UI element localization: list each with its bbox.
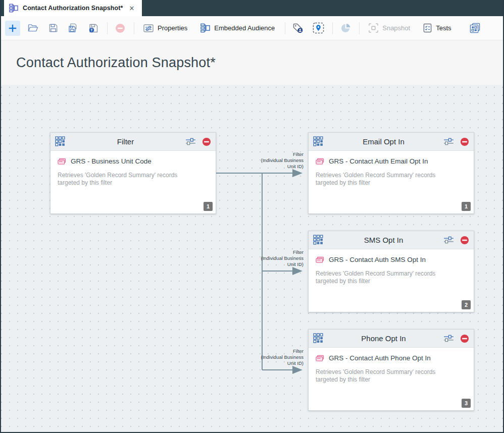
save-copy-button[interactable] bbox=[66, 21, 81, 36]
properties-button[interactable]: Properties bbox=[139, 21, 191, 36]
card-item[interactable]: GRS - Contact Auth Email Opt In bbox=[316, 157, 467, 165]
tab-bar: Contact Authorization Snapshot* ✕ bbox=[1, 0, 503, 16]
save-icon bbox=[48, 23, 58, 33]
card-item-label: GRS - Business Unit Code bbox=[71, 157, 152, 165]
delete-node-icon[interactable] bbox=[460, 334, 469, 343]
save-template-icon: T bbox=[88, 23, 98, 33]
card-body: GRS - Contact Auth SMS Opt In Retrieves … bbox=[309, 249, 474, 312]
tab-title: Contact Authorization Snapshot* bbox=[23, 5, 123, 12]
delete-node-icon[interactable] bbox=[202, 137, 211, 146]
svg-text:T: T bbox=[90, 28, 93, 32]
card-title: SMS Opt In bbox=[324, 236, 443, 244]
snapshot-button-disabled: Snapshot bbox=[365, 21, 414, 36]
toolbar: T Properties bbox=[1, 16, 503, 40]
toolbar-separator bbox=[107, 22, 108, 34]
node-index-badge: 2 bbox=[462, 300, 471, 309]
pie-chart-icon bbox=[340, 23, 351, 33]
location-zone-button[interactable] bbox=[311, 21, 326, 36]
card-header: Phone Opt In bbox=[309, 330, 474, 348]
card-description: Retrieves 'Golden Record Summary' record… bbox=[316, 368, 467, 384]
node-card-filter[interactable]: Filter bbox=[50, 132, 216, 214]
grid-handle-icon[interactable] bbox=[313, 136, 324, 147]
tests-checklist-icon bbox=[423, 23, 432, 33]
snapshot-frame-icon bbox=[369, 23, 378, 33]
card-description: Retrieves 'Golden Record Summary' record… bbox=[58, 172, 209, 187]
save-button[interactable] bbox=[45, 21, 61, 36]
card-header: Email Opt In bbox=[309, 133, 474, 151]
tab-contact-authorization-snapshot[interactable]: Contact Authorization Snapshot* ✕ bbox=[4, 0, 142, 16]
delete-node-icon[interactable] bbox=[460, 137, 469, 146]
title-bar: Contact Authorization Snapshot* bbox=[1, 40, 503, 85]
settings-sliders-icon[interactable] bbox=[443, 138, 454, 145]
report-pack-button[interactable] bbox=[468, 21, 483, 36]
settings-sliders-icon[interactable] bbox=[185, 138, 196, 145]
tag-person-icon bbox=[292, 23, 304, 34]
toolbar-separator bbox=[134, 22, 134, 34]
add-button[interactable] bbox=[5, 21, 20, 36]
card-item-label: GRS - Contact Auth SMS Opt In bbox=[329, 256, 426, 263]
embedded-audience-button[interactable]: Embedded Audience bbox=[196, 21, 279, 36]
connector-label: Filter(Individual BusinessUnit ID) bbox=[223, 348, 304, 366]
card-description: Retrieves 'Golden Record Summary' record… bbox=[316, 270, 467, 285]
card-title: Phone Opt In bbox=[324, 334, 443, 343]
toolbar-separator bbox=[332, 22, 333, 34]
card-body: GRS - Contact Auth Email Opt In Retrieve… bbox=[309, 151, 474, 214]
plus-icon bbox=[8, 24, 17, 33]
close-icon[interactable]: ✕ bbox=[127, 4, 136, 13]
properties-icon bbox=[143, 24, 154, 32]
filter-cards-icon bbox=[316, 158, 324, 165]
node-card-phone-opt-in[interactable]: Phone Opt In bbox=[308, 329, 474, 411]
tests-button[interactable]: Tests bbox=[419, 21, 455, 36]
node-index-badge: 3 bbox=[462, 399, 471, 408]
filter-cards-icon bbox=[316, 256, 324, 263]
card-body: GRS - Business Unit Code Retrieves 'Gold… bbox=[51, 151, 216, 214]
card-item[interactable]: GRS - Contact Auth SMS Opt In bbox=[316, 256, 467, 263]
tests-label: Tests bbox=[436, 24, 451, 32]
node-index-badge: 1 bbox=[204, 202, 213, 211]
card-title: Email Opt In bbox=[324, 137, 443, 146]
audience-icon bbox=[200, 23, 210, 33]
delete-node-icon[interactable] bbox=[460, 236, 469, 245]
card-title: Filter bbox=[66, 137, 185, 146]
grid-handle-icon[interactable] bbox=[313, 333, 324, 344]
embedded-audience-label: Embedded Audience bbox=[214, 24, 275, 32]
card-item[interactable]: GRS - Contact Auth Phone Opt In bbox=[316, 354, 467, 362]
settings-sliders-icon[interactable] bbox=[443, 236, 454, 244]
node-card-sms-opt-in[interactable]: SMS Opt In bbox=[308, 231, 474, 312]
card-item-label: GRS - Contact Auth Email Opt In bbox=[329, 157, 428, 165]
toolbar-separator bbox=[359, 22, 360, 34]
chart-button-disabled bbox=[338, 21, 353, 36]
audience-icon bbox=[9, 4, 18, 13]
save-copy-icon bbox=[68, 23, 79, 33]
card-description: Retrieves 'Golden Record Summary' record… bbox=[316, 172, 467, 187]
page-title: Contact Authorization Snapshot* bbox=[16, 55, 216, 71]
save-template-button[interactable]: T bbox=[86, 21, 101, 36]
grid-stack-icon bbox=[470, 23, 480, 33]
card-item[interactable]: GRS - Business Unit Code bbox=[58, 157, 209, 165]
connector-label: Filter(Individual BusinessUnit ID) bbox=[223, 249, 304, 267]
tag-user-button[interactable] bbox=[290, 21, 306, 36]
properties-label: Properties bbox=[158, 24, 187, 32]
folder-open-icon bbox=[28, 24, 38, 32]
settings-sliders-icon[interactable] bbox=[443, 335, 454, 342]
filter-cards-icon bbox=[58, 158, 66, 165]
snapshot-label: Snapshot bbox=[382, 24, 410, 32]
app-window: Contact Authorization Snapshot* ✕ bbox=[0, 0, 504, 433]
node-index-badge: 1 bbox=[462, 202, 471, 211]
location-pin-icon bbox=[313, 22, 324, 34]
grid-handle-icon[interactable] bbox=[55, 136, 66, 147]
filter-cards-icon bbox=[316, 355, 324, 362]
card-body: GRS - Contact Auth Phone Opt In Retrieve… bbox=[309, 348, 474, 411]
delete-button-disabled bbox=[113, 21, 128, 36]
node-card-email-opt-in[interactable]: Email Opt In bbox=[308, 132, 474, 214]
flow-canvas[interactable]: Filter(Individual BusinessUnit ID) Filte… bbox=[1, 85, 503, 432]
card-item-label: GRS - Contact Auth Phone Opt In bbox=[329, 354, 431, 362]
card-header: Filter bbox=[51, 133, 216, 151]
open-button[interactable] bbox=[25, 21, 40, 36]
connector-label: Filter(Individual BusinessUnit ID) bbox=[223, 151, 304, 170]
grid-handle-icon[interactable] bbox=[313, 235, 324, 245]
toolbar-separator bbox=[285, 22, 285, 34]
remove-circle-icon bbox=[115, 23, 125, 33]
card-header: SMS Opt In bbox=[309, 231, 474, 249]
